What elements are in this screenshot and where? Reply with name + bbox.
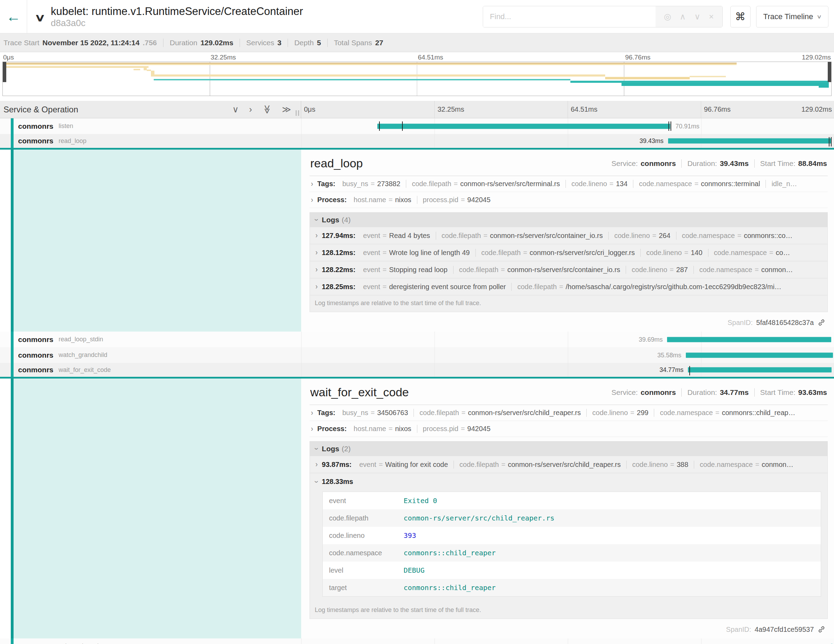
operation-name: wait_for_exit_code [59, 366, 111, 374]
process-accordion[interactable]: › Process: host.name=nixos process.pid=9… [310, 192, 828, 208]
locate-icon[interactable]: ◎ [664, 12, 671, 21]
service-operation-header: Service & Operation ∨ › ≫ ≫ [0, 101, 301, 118]
span-bar[interactable] [688, 367, 832, 373]
logs-note: Log timestamps are relative to the start… [310, 602, 828, 619]
expand-all-icon[interactable]: ≫ [282, 104, 291, 115]
span-bar[interactable] [686, 353, 833, 358]
collapse-all-icon[interactable]: ≫ [262, 105, 272, 114]
span-row-read-loop[interactable]: conmonrs read_loop 39.43ms [0, 134, 834, 150]
span-duration-label: 34.77ms [659, 366, 684, 374]
tag-chip: code.filepath=conmon-rs/server/src/child… [414, 409, 587, 417]
logs-section: › Logs (4) › 127.94ms: event=Read 4 byte… [310, 212, 828, 312]
log-entry[interactable]: › 93.87ms: event=Waiting for exit code c… [310, 456, 828, 473]
span-color-indicator [11, 379, 14, 638]
caret-down-icon: › [312, 219, 321, 221]
log-field: event=deregistering event source from po… [357, 283, 511, 291]
span-name-cell[interactable]: conmonrs listen [0, 118, 301, 134]
operation-name: listen [59, 123, 73, 130]
tags-accordion[interactable]: › Tags: busy_ns=273882 code.filepath=con… [310, 176, 828, 192]
span-timeline-cell[interactable]: 303μs [301, 638, 834, 644]
timeline-header: 0μs 32.25ms 64.51ms 96.76ms 129.02ms [301, 101, 834, 118]
caret-right-icon: › [311, 195, 313, 204]
collapse-one-icon[interactable]: ∨ [232, 104, 239, 115]
meta-depth: Depth5 [288, 39, 321, 47]
minimap-canvas[interactable] [2, 61, 832, 96]
log-kv-table: event Exited 0 code.filepath conmon-rs/s… [322, 492, 821, 597]
trace-collapse-toggle[interactable]: ∨ [34, 11, 46, 24]
logs-section: › Logs (2) › 93.87ms: event=Waiting for … [310, 441, 828, 619]
log-field: code.filepath=/home/sascha/.cargo/regist… [511, 283, 787, 291]
title-block: kubelet: runtime.v1.RuntimeService/Creat… [51, 5, 483, 28]
logs-accordion-header[interactable]: › Logs (4) [310, 213, 828, 227]
find-next-icon[interactable]: ∨ [694, 12, 700, 21]
log-entry[interactable]: › 128.12ms: event=Wrote log line of leng… [310, 244, 828, 261]
log-field: event=Wrote log line of length 49 [357, 249, 475, 257]
detail-header: wait_for_exit_code Service:conmonrs Dura… [310, 383, 828, 405]
span-timeline-cell[interactable]: 34.77ms [301, 363, 834, 377]
log-field: code.filepath=conmon-rs/server/src/conta… [453, 266, 626, 274]
log-entry-expanded[interactable]: › 128.33ms [310, 473, 828, 490]
tag-chip: busy_ns=34506763 [337, 409, 414, 417]
trace-view-dropdown[interactable]: Trace Timeline ∨ [756, 6, 828, 28]
trace-meta-bar: Trace StartNovember 15 2022, 11:24:14.75… [0, 33, 834, 52]
column-resize-handle[interactable] [296, 110, 299, 116]
caret-right-icon: › [315, 282, 318, 291]
span-timeline-cell[interactable]: 39.69ms [301, 332, 834, 347]
span-color-indicator [11, 150, 14, 332]
caret-down-icon: › [312, 448, 321, 450]
spanid-row: SpanID: 5faf48165428c37a [310, 312, 828, 329]
log-entry[interactable]: › 128.22ms: event=Stopping read loop cod… [310, 261, 828, 278]
expand-one-icon[interactable]: › [249, 104, 252, 115]
copy-link-icon[interactable] [817, 625, 826, 634]
log-field: event=Read 4 bytes [357, 232, 435, 240]
meta-duration: Duration129.02ms [163, 39, 233, 47]
log-entry[interactable]: › 127.94ms: event=Read 4 bytes code.file… [310, 227, 828, 244]
minimap-tick-labels: 0μs 32.25ms 64.51ms 96.76ms 129.02ms [2, 52, 832, 61]
find-prev-icon[interactable]: ∧ [680, 12, 686, 21]
span-duration-label: 35.58ms [657, 351, 681, 359]
service-operation-title: Service & Operation [3, 105, 78, 115]
logs-accordion-header[interactable]: › Logs (2) [310, 442, 828, 456]
span-timeline-cell[interactable]: 39.43ms [301, 134, 834, 148]
find-clear-icon[interactable]: × [709, 12, 714, 21]
caret-right-icon: › [315, 231, 318, 240]
back-button[interactable]: ← [0, 0, 27, 33]
view-label: Trace Timeline [763, 12, 813, 21]
copy-link-icon[interactable] [817, 318, 826, 327]
detail-span-title: read_loop [310, 157, 363, 170]
span-detail-read-loop: read_loop Service:conmonrs Duration:39.4… [0, 150, 834, 332]
detail-panel: wait_for_exit_code Service:conmonrs Dura… [301, 379, 834, 638]
span-bar[interactable] [668, 139, 831, 144]
span-row-wait-for-exit-code[interactable]: conmonrs wait_for_exit_code 34.77ms [0, 363, 834, 379]
keyboard-shortcuts-button[interactable]: ⌘ [731, 6, 750, 28]
tag-chip: code.namespace=conmonrs::terminal [633, 180, 766, 188]
span-duration-label: 39.43ms [640, 138, 664, 145]
span-row-watch-grandchild[interactable]: conmonrs watch_grandchild 35.58ms [0, 347, 834, 363]
tags-accordion[interactable]: › Tags: busy_ns=34506763 code.filepath=c… [310, 405, 828, 421]
span-bar[interactable] [377, 123, 670, 129]
span-name-cell[interactable]: conmonrs watch_grandchild [0, 347, 301, 363]
span-duration-label: 70.91ms [676, 123, 700, 130]
tag-chip: busy_ns=273882 [337, 180, 406, 188]
span-name-cell[interactable]: conmonrs read_loop_stdin [0, 332, 301, 347]
log-entry[interactable]: › 128.25ms: event=deregistering event so… [310, 278, 828, 295]
trace-id: d8a3a0c [51, 18, 483, 28]
span-row-read-loop-stdin[interactable]: conmonrs read_loop_stdin 39.69ms [0, 332, 834, 347]
service-name: conmonrs [18, 122, 53, 131]
process-accordion[interactable]: › Process: host.name=nixos process.pid=9… [310, 421, 828, 437]
span-name-cell[interactable]: conmonrs read_loop [0, 134, 301, 148]
meta-total-spans: Total Spans27 [327, 39, 383, 47]
span-color-indicator [11, 134, 14, 148]
span-row-write-exit-path[interactable]: conmonrs write_exit_path 303μs [0, 638, 834, 644]
minimap-right-handle [828, 62, 831, 82]
page-title: kubelet: runtime.v1.RuntimeService/Creat… [51, 5, 483, 18]
find-input[interactable] [483, 6, 656, 27]
span-name-cell[interactable]: conmonrs wait_for_exit_code [0, 363, 301, 377]
span-bar[interactable] [667, 337, 831, 342]
span-timeline-cell[interactable]: 35.58ms [301, 347, 834, 363]
span-color-indicator [11, 347, 14, 363]
command-icon: ⌘ [735, 10, 746, 23]
span-name-cell[interactable]: conmonrs write_exit_path [0, 638, 301, 644]
span-row-listen[interactable]: conmonrs listen 70.91ms [0, 118, 834, 134]
span-timeline-cell[interactable]: 70.91ms [301, 118, 834, 134]
